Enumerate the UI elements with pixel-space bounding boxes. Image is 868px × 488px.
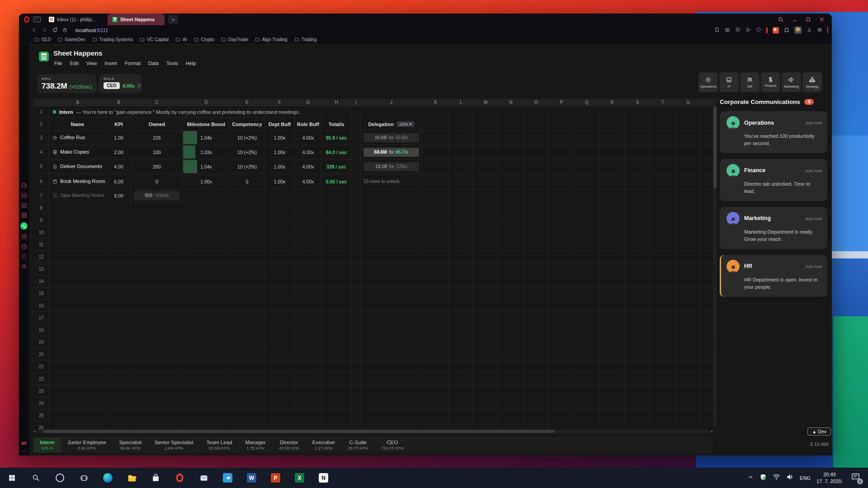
row-number[interactable]: 19: [33, 336, 49, 348]
row-number[interactable]: 9: [33, 214, 49, 226]
row-number[interactable]: 18: [33, 324, 49, 336]
notification-card[interactable]: Marketing Just now Marketing Department …: [720, 207, 827, 249]
bookmark-item[interactable]: VC Capital: [140, 37, 169, 42]
column-header[interactable]: H: [321, 99, 351, 106]
column-header[interactable]: B: [106, 99, 131, 106]
column-header[interactable]: C: [131, 99, 183, 106]
reload-icon[interactable]: [52, 26, 58, 34]
messenger-icon[interactable]: [21, 212, 27, 218]
column-header[interactable]: G: [295, 99, 321, 106]
row-number[interactable]: 20: [33, 348, 49, 360]
edge-icon[interactable]: [96, 468, 120, 488]
lock-icon[interactable]: [62, 26, 67, 34]
row-number[interactable]: 5: [33, 160, 49, 174]
pinned-site-ax[interactable]: ax: [19, 441, 29, 446]
column-header[interactable]: U: [675, 99, 701, 106]
menu-view[interactable]: View: [86, 61, 97, 66]
taskbar-word-icon[interactable]: W: [240, 468, 264, 488]
tier-tab[interactable]: Senior Specialist 2.6M KPIs: [148, 438, 200, 453]
column-header[interactable]: L: [449, 99, 473, 106]
operations-button[interactable]: Operations: [698, 72, 718, 92]
scrollbar-thumb[interactable]: [43, 430, 554, 433]
profile-avatar[interactable]: [794, 27, 802, 34]
settings-gear-icon[interactable]: [21, 263, 27, 269]
shield-off-icon[interactable]: [735, 26, 741, 34]
row-number[interactable]: 4: [33, 145, 49, 159]
it-button[interactable]: IT: [719, 72, 739, 92]
whatsapp-icon[interactable]: [20, 222, 28, 230]
role-chip[interactable]: CEO: [104, 82, 120, 89]
unlock-button[interactable]: 900Unlock: [134, 191, 180, 200]
tier-tab[interactable]: C-Suite 28.3T KPIs: [342, 438, 375, 453]
row-number[interactable]: 1: [33, 106, 49, 117]
column-header[interactable]: P: [549, 99, 574, 106]
opera-logo-icon[interactable]: [24, 16, 29, 23]
dev-button[interactable]: ▲ Dev: [807, 427, 831, 436]
row-number[interactable]: 7: [33, 189, 49, 202]
back-icon[interactable]: [32, 26, 37, 34]
row-number[interactable]: 3: [33, 131, 49, 145]
row-number[interactable]: 16: [33, 300, 49, 311]
taskbar-clock[interactable]: 20:49 17. 7. 2020.: [816, 471, 843, 485]
task-view-icon[interactable]: [72, 468, 96, 488]
extension-icon[interactable]: [773, 27, 779, 33]
opera-taskbar-icon[interactable]: [168, 468, 192, 488]
column-header[interactable]: J: [361, 99, 422, 106]
menu-file[interactable]: File: [54, 61, 62, 66]
media-play-icon[interactable]: [745, 26, 751, 34]
marketing-button[interactable]: Marketing: [782, 72, 801, 92]
dashboard-icon[interactable]: [21, 183, 27, 188]
row-number[interactable]: 22: [33, 373, 49, 385]
taskbar-search-icon[interactable]: [24, 468, 48, 488]
menu-tools[interactable]: Tools: [166, 61, 178, 66]
bookmark-item[interactable]: Algo Trading: [255, 37, 288, 42]
column-header[interactable]: D: [183, 99, 230, 106]
bookmark-item[interactable]: OLD: [34, 37, 51, 42]
taskbar-notion-icon[interactable]: N: [311, 468, 335, 488]
bookmark-flag-icon[interactable]: [714, 26, 720, 34]
tier-tab[interactable]: CEO 724.5T KPIs: [375, 438, 410, 453]
column-header[interactable]: R: [599, 99, 625, 106]
tune-icon[interactable]: [817, 26, 822, 34]
row-number[interactable]: 13: [33, 263, 49, 275]
row-number[interactable]: 25: [33, 409, 49, 421]
language-indicator[interactable]: ENG: [800, 475, 811, 481]
menu-edit[interactable]: Edit: [70, 61, 79, 66]
tier-tab[interactable]: Team Lead 65.5M KPIs: [200, 438, 239, 453]
column-header[interactable]: K: [422, 99, 449, 106]
volume-icon[interactable]: [786, 474, 794, 482]
scroll-right-icon[interactable]: ▸: [711, 429, 713, 433]
messaging-app-icon[interactable]: [216, 468, 240, 488]
column-header[interactable]: A: [49, 99, 106, 106]
file-explorer-icon[interactable]: [120, 468, 144, 488]
snapchat-icon[interactable]: [21, 253, 27, 259]
bookmark-item[interactable]: Trading: [294, 37, 317, 42]
notification-card[interactable]: HR Just now HR Department is open. Inves…: [720, 255, 827, 297]
column-header[interactable]: Q: [574, 99, 599, 106]
browser-tab-active[interactable]: Sheet Happens: [108, 14, 165, 25]
menu-format[interactable]: Format: [125, 61, 141, 66]
ghost-extension-icon[interactable]: [784, 26, 789, 34]
forward-icon[interactable]: [42, 26, 47, 34]
column-header[interactable]: O: [524, 99, 549, 106]
menu-data[interactable]: Data: [148, 61, 159, 66]
row-number[interactable]: 24: [33, 397, 49, 409]
menu-help[interactable]: Help: [186, 61, 196, 66]
search-icon[interactable]: [778, 17, 784, 23]
download-icon[interactable]: [807, 26, 812, 34]
action-center-icon[interactable]: 1: [851, 473, 860, 483]
row-number[interactable]: 21: [33, 361, 49, 372]
sidebar-more-icon[interactable]: ⋯: [19, 449, 29, 454]
row-number[interactable]: 15: [33, 287, 49, 299]
store-icon[interactable]: [144, 468, 168, 488]
row-number[interactable]: 14: [33, 275, 49, 287]
notification-card[interactable]: Finance Just now Director tab unlocked. …: [720, 159, 827, 201]
tier-tab[interactable]: Executive 1.1T KPIs: [306, 438, 342, 453]
tier-tab[interactable]: Junior Employee 3.6K KPIs: [61, 438, 113, 453]
delegation-multiplier-dropdown[interactable]: 100x ▾: [396, 121, 415, 127]
notification-card[interactable]: Operations Just now You've reached 100 p…: [720, 111, 827, 153]
bookmark-item[interactable]: AI: [175, 37, 187, 42]
taskbar-excel-icon[interactable]: X: [288, 468, 311, 488]
bookmark-item[interactable]: Trading Systems: [92, 37, 133, 42]
whiteboard-icon[interactable]: [21, 192, 27, 198]
